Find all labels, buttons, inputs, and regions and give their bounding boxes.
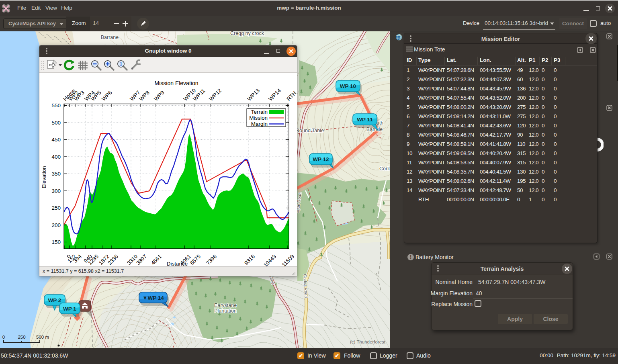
svg-text:Cregg ny crock: Cregg ny crock	[230, 31, 264, 36]
svg-text:2336: 2336	[106, 254, 119, 266]
svg-text:7396: 7396	[205, 254, 218, 266]
svg-text:3807: 3807	[135, 254, 148, 266]
svg-text:Distance: Distance	[167, 261, 188, 267]
svg-text:WP 2: WP 2	[48, 297, 61, 303]
svg-text:11509: 11509	[281, 254, 295, 268]
svg-text:WP12: WP12	[208, 88, 223, 102]
svg-text:150: 150	[51, 239, 61, 245]
svg-text:Terrain: Terrain	[251, 109, 268, 115]
svg-text:400: 400	[51, 154, 61, 160]
svg-text:WP 1: WP 1	[63, 306, 76, 312]
svg-text:WP7: WP7	[129, 90, 141, 102]
svg-text:WP14: WP14	[268, 87, 282, 102]
svg-text:WP 11: WP 11	[357, 117, 373, 123]
svg-text:300: 300	[51, 188, 61, 194]
svg-text:250: 250	[51, 205, 61, 211]
svg-text:9316: 9316	[243, 254, 256, 266]
svg-text:Mission Elevation: Mission Elevation	[155, 80, 198, 86]
svg-text:550: 550	[51, 102, 61, 108]
svg-text:Corlea: Corlea	[379, 166, 390, 172]
svg-text:WP 10: WP 10	[340, 83, 356, 89]
svg-text:WP8: WP8	[138, 90, 151, 102]
svg-text:WP 12: WP 12	[313, 156, 329, 162]
svg-text:WP9: WP9	[153, 90, 166, 102]
svg-text:▼WP 14: ▼WP 14	[142, 295, 164, 301]
svg-text:Plantation: Plantation	[214, 308, 237, 314]
svg-text:WP13: WP13	[246, 88, 261, 102]
svg-text:200: 200	[51, 222, 61, 228]
svg-text:WP6: WP6	[101, 90, 113, 102]
svg-text:250: 250	[18, 335, 25, 339]
svg-text:Mission: Mission	[249, 115, 268, 121]
svg-text:0: 0	[2, 335, 5, 339]
svg-text:500 m: 500 m	[36, 335, 49, 339]
svg-text:450: 450	[51, 137, 61, 143]
svg-text:6575: 6575	[189, 254, 202, 266]
svg-text:Earystane: Earystane	[214, 303, 237, 308]
svg-text:500: 500	[51, 120, 61, 126]
svg-text:RTH: RTH	[286, 90, 298, 102]
svg-text:Barrane: Barrane	[101, 35, 119, 40]
svg-text:350: 350	[51, 171, 61, 177]
svg-text:(c) Thunderforest: (c) Thunderforest	[350, 339, 386, 344]
svg-text:Elevation: Elevation	[41, 166, 47, 188]
svg-text:4561: 4561	[150, 254, 163, 266]
svg-text:Margin: Margin	[251, 121, 268, 127]
svg-text:Round Table: Round Table	[296, 128, 324, 133]
